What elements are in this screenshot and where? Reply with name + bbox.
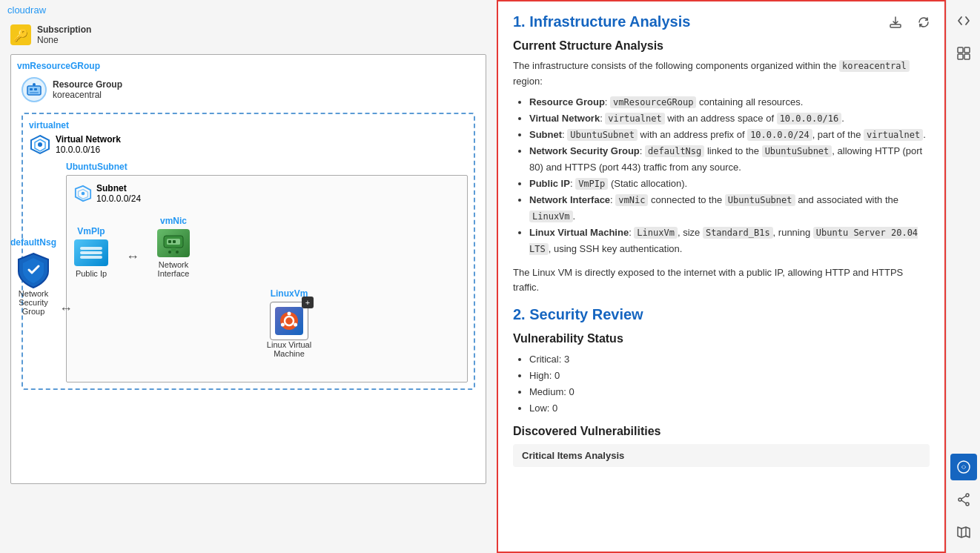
- linuxvm-res-label: Linux VirtualMachine: [267, 340, 311, 358]
- far-right-toolbar: [946, 0, 980, 553]
- refresh-icon-btn[interactable]: [913, 12, 934, 33]
- vmnic-item: vmNic Network: [157, 216, 190, 278]
- subscription-title: Subscription: [37, 24, 91, 35]
- subnet-text: Subnet 10.0.0.0/24: [96, 183, 141, 204]
- vuln-medium: Medium: 0: [529, 384, 930, 400]
- rg-name: koreacentral: [53, 90, 122, 100]
- section1-title: 1. Infrastructure Analysis: [513, 13, 930, 30]
- svg-rect-26: [958, 54, 963, 59]
- vmplip-label: VmPIp: [77, 226, 105, 236]
- vuln-status-list: Critical: 3 High: 0 Medium: 0 Low: 0: [513, 351, 930, 417]
- vuln-high: High: 0: [529, 368, 930, 384]
- bullet-rg: Resource Group: vmResourceGRoup containi…: [529, 94, 930, 110]
- svg-point-16: [168, 251, 171, 254]
- svg-point-32: [966, 503, 969, 506]
- svg-rect-2: [34, 88, 37, 90]
- svg-rect-1: [30, 88, 33, 90]
- svg-point-22: [281, 323, 285, 327]
- vmnic-res-label: NetworkInterface: [158, 260, 190, 278]
- pubip-row-3: [80, 256, 102, 259]
- svg-line-33: [961, 496, 966, 499]
- svg-rect-15: [171, 248, 176, 251]
- key-icon: 🔑: [10, 24, 31, 45]
- vmplip-item: VmPIp Public Ip: [74, 226, 108, 278]
- svg-rect-23: [890, 24, 901, 27]
- resource-group-box: Resource Group koreacentral: [17, 74, 480, 105]
- section1-subtitle: Current Structure Analysis: [513, 39, 930, 53]
- svg-rect-25: [964, 47, 970, 53]
- subscription-text: Subscription None: [37, 24, 91, 45]
- virtualnet-label: virtualnet: [29, 120, 468, 130]
- vnet-box: Virtual Network 10.0.0.0/16: [29, 133, 468, 156]
- nsg-shield-icon: [14, 251, 53, 289]
- subnet-icon: [74, 185, 92, 202]
- code-view-btn[interactable]: [950, 7, 977, 34]
- map-btn[interactable]: [950, 519, 977, 546]
- grid-view-btn[interactable]: [950, 40, 977, 67]
- ubuntusubnet-label: UbuntuSubnet: [66, 162, 468, 172]
- subnet-inner: Subnet 10.0.0.0/24 VmPIp: [66, 175, 468, 383]
- svg-point-7: [38, 142, 42, 147]
- infra-list: Resource Group: vmResourceGRoup containi…: [513, 94, 930, 258]
- pubip-icon: [74, 239, 108, 266]
- vmnic-icon: [157, 229, 190, 257]
- ai-btn[interactable]: [950, 454, 977, 480]
- svg-rect-3: [30, 92, 39, 93]
- svg-point-4: [33, 83, 36, 86]
- cloudraw-label: cloudraw: [0, 0, 497, 20]
- nsg-label-blue: defaultNsg: [10, 237, 56, 248]
- svg-rect-14: [173, 240, 176, 243]
- pubip-rows: [80, 247, 102, 259]
- subscription-box: 🔑 Subscription None: [0, 20, 497, 50]
- bullet-subnet: Subnet: UbuntuSubnet with an address pre…: [529, 127, 930, 143]
- vuln-low: Low: 0: [529, 400, 930, 417]
- intro-text: The infrastructure consists of the follo…: [513, 59, 930, 90]
- vnet-cidr: 10.0.0.0/16: [56, 145, 121, 155]
- pubip-res-label: Public Ip: [76, 269, 107, 278]
- virtualnet-outer: virtualnet Virtual Network 10.0.0.0/16 U…: [21, 113, 475, 390]
- svg-point-31: [959, 498, 961, 501]
- linuxvm-inner: [275, 307, 303, 335]
- pubip-vmnic-arrow: ↔: [126, 249, 139, 265]
- nsg-arrow: ↔: [59, 301, 73, 317]
- left-panel: cloudraw 🔑 Subscription None vmResourceG…: [0, 0, 497, 553]
- svg-point-30: [966, 494, 969, 497]
- svg-marker-35: [958, 527, 970, 537]
- linuxvm-section: LinuxVm +: [119, 288, 460, 358]
- share-btn[interactable]: [950, 486, 977, 513]
- vuln-status-title: Vulnerability Status: [513, 332, 930, 345]
- svg-rect-0: [27, 86, 41, 95]
- closing-text: The Linux VM is directly exposed to the …: [513, 265, 930, 297]
- bullet-vm: Linux Virtual Machine: LinuxVm, size Sta…: [529, 225, 930, 257]
- resource-group-icon: [21, 77, 47, 102]
- pubip-row-1: [80, 247, 102, 250]
- export-icon-btn[interactable]: [885, 12, 906, 33]
- vmnic-label: vmNic: [160, 216, 187, 226]
- top-right-icons: [885, 12, 934, 33]
- svg-rect-24: [958, 47, 963, 53]
- resources-section: VmPIp Public Ip ↔: [74, 216, 460, 278]
- pubip-row-2: [80, 251, 102, 254]
- svg-line-34: [961, 500, 966, 503]
- subnet-cidr: 10.0.0.0/24: [96, 193, 141, 204]
- subnet-box: Subnet 10.0.0.0/24: [74, 183, 460, 204]
- resource-group-outer: vmResourceGRoup Resource Group koreacent…: [10, 54, 486, 484]
- section2-title: 2. Security Review: [513, 306, 930, 323]
- subscription-value: None: [37, 35, 91, 45]
- rg-text: Resource Group koreacentral: [53, 79, 122, 100]
- bullet-pip: Public IP: VmPIp (Static allocation).: [529, 176, 930, 192]
- svg-point-21: [294, 323, 297, 327]
- svg-rect-13: [168, 240, 171, 243]
- region-code: koreacentral: [839, 60, 910, 72]
- bullet-vnet: Virtual Network: virtualnet with an addr…: [529, 110, 930, 127]
- vnet-text: Virtual Network 10.0.0.0/16: [56, 134, 121, 155]
- bullet-nsg: Network Security Group: defaultNsg linke…: [529, 143, 930, 176]
- nsg-res-label: NetworkSecurityGroup: [19, 289, 48, 316]
- svg-point-29: [962, 466, 965, 468]
- critical-items-title: Critical Items Analysis: [513, 444, 930, 467]
- vnet-resource: Virtual Network: [56, 134, 121, 145]
- linuxvm-icon: +: [270, 302, 308, 340]
- svg-rect-27: [964, 54, 970, 59]
- vuln-critical: Critical: 3: [529, 351, 930, 368]
- right-panel[interactable]: 1. Infrastructure Analysis Current Struc…: [497, 0, 946, 553]
